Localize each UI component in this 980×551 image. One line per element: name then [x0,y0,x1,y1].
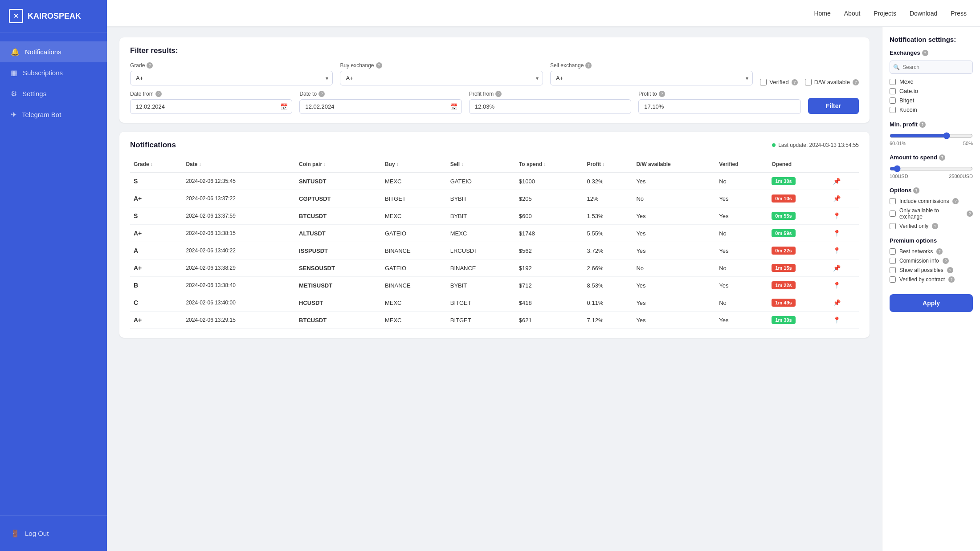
nav-press[interactable]: Press [951,10,967,17]
cell-pin[interactable]: 📍 [829,207,859,225]
min-profit-info-icon[interactable]: ? [919,122,926,128]
cell-pin[interactable]: 📌 [829,190,859,207]
option-show-all[interactable]: Show all possibles ? [890,267,973,273]
min-profit-slider[interactable] [890,132,973,139]
pin-icon[interactable]: 📍 [833,316,841,324]
col-verified[interactable]: Verified [715,157,768,172]
cell-pin[interactable]: 📌 [829,294,859,312]
profit-from-info-icon[interactable]: ? [495,91,502,97]
exchange-item-gateio[interactable]: Gate.io [890,88,973,94]
pin-icon[interactable]: 📌 [833,178,841,185]
commissions-info-icon[interactable]: ? [952,198,959,204]
buy-exchange-info-icon[interactable]: ? [376,62,382,69]
option-checkbox-verified[interactable] [890,223,896,229]
cell-pin[interactable]: 📍 [829,312,859,329]
date-from-info-icon[interactable]: ? [155,91,162,97]
nav-projects[interactable]: Projects [874,10,896,17]
cell-opened: 1m 30s [768,172,829,190]
verified-contract-info-icon[interactable]: ? [948,276,955,283]
nav-about[interactable]: About [844,10,861,17]
pin-icon[interactable]: 📍 [833,247,841,254]
exchanges-search-input[interactable] [890,61,973,74]
amount-info-icon[interactable]: ? [939,154,945,161]
col-grade[interactable]: Grade ↕ [130,157,182,172]
filter-button[interactable]: Filter [808,98,859,114]
sidebar-item-telegram[interactable]: ✈ Telegram Bot [0,104,107,125]
amount-slider[interactable] [890,165,973,172]
cell-pin[interactable]: 📌 [829,172,859,190]
verified-only-info-icon[interactable]: ? [932,223,938,229]
option-checkbox-best-networks[interactable] [890,248,896,255]
sell-exchange-info-icon[interactable]: ? [585,62,592,69]
date-to-info-icon[interactable]: ? [318,91,325,97]
profit-to-input[interactable] [638,99,800,114]
right-panel: Notification settings: Exchanges ? 🔍 Mex… [882,27,980,551]
pin-icon[interactable]: 📍 [833,282,841,289]
dw-info-icon[interactable]: ? [853,79,859,85]
center-panel: Filter results: Grade ? A+SABC [107,27,882,551]
date-from-input[interactable] [130,99,292,114]
option-checkbox-show-all[interactable] [890,267,896,273]
col-opened[interactable]: Opened [768,157,829,172]
col-to-spend[interactable]: To spend ↕ [515,157,584,172]
pin-icon[interactable]: 📌 [833,195,841,202]
exchange-checkbox-gateio[interactable] [890,88,896,94]
nav-download[interactable]: Download [910,10,937,17]
verified-checkbox[interactable] [760,79,767,85]
col-dw[interactable]: D/W available [633,157,715,172]
pin-icon[interactable]: 📍 [833,212,841,219]
exchange-item-bitget[interactable]: Bitget [890,97,973,104]
verified-checkbox-item[interactable]: Verified ? [760,79,797,85]
show-all-info-icon[interactable]: ? [947,267,953,273]
option-commission-info[interactable]: Commission info ? [890,258,973,264]
cell-pin[interactable]: 📍 [829,277,859,294]
logout-button[interactable]: 🚪 Log Out [11,525,96,542]
apply-button[interactable]: Apply [890,294,973,312]
dw-checkbox-item[interactable]: D/W available ? [805,79,859,85]
option-only-available[interactable]: Only available to exchange ? [890,207,973,220]
profit-from-group: Profit from ? [469,91,631,114]
buy-exchange-select[interactable]: A+MEXCBITGETBYBITBINANCE [340,71,543,85]
col-coin-pair[interactable]: Coin pair ↕ [295,157,381,172]
cell-pin[interactable]: 📍 [829,242,859,259]
option-best-networks[interactable]: Best networks ? [890,248,973,255]
option-verified-contract[interactable]: Verified by contract ? [890,276,973,283]
available-info-icon[interactable]: ? [967,211,973,217]
option-checkbox-commissions[interactable] [890,198,896,204]
option-include-commissions[interactable]: Include commissions ? [890,198,973,204]
nav-home[interactable]: Home [814,10,830,17]
grade-info-icon[interactable]: ? [147,62,153,69]
col-buy[interactable]: Buy ↕ [381,157,447,172]
option-checkbox-verified-contract[interactable] [890,276,896,283]
exchanges-info-icon[interactable]: ? [922,50,928,56]
options-info-icon[interactable]: ? [913,187,919,194]
cell-pin[interactable]: 📌 [829,259,859,277]
sell-exchange-select[interactable]: A+MEXCBITGETBYBITBINANCE [550,71,753,85]
pin-icon[interactable]: 📌 [833,299,841,306]
pin-icon[interactable]: 📍 [833,230,841,237]
grade-select[interactable]: A+SABC [130,71,333,85]
exchange-checkbox-mexc[interactable] [890,79,896,85]
profit-from-input[interactable] [469,99,631,114]
sidebar-item-notifications[interactable]: 🔔 Notifications [0,41,107,62]
verified-info-icon[interactable]: ? [792,79,798,85]
option-checkbox-available[interactable] [890,211,896,217]
col-date[interactable]: Date ↕ [182,157,295,172]
sidebar-item-subscriptions[interactable]: ▦ Subscriptions [0,62,107,83]
col-profit[interactable]: Profit ↕ [584,157,633,172]
exchange-checkbox-bitget[interactable] [890,97,896,104]
exchange-item-mexc[interactable]: Mexc [890,78,973,85]
commission-info-icon[interactable]: ? [943,258,949,264]
option-checkbox-commission-info[interactable] [890,258,896,264]
cell-pin[interactable]: 📍 [829,225,859,242]
profit-to-info-icon[interactable]: ? [659,91,665,97]
dw-checkbox[interactable] [805,79,812,85]
exchange-checkbox-kucoin[interactable] [890,107,896,113]
option-verified-only[interactable]: Verified only ? [890,223,973,229]
date-to-input[interactable] [299,99,461,114]
pin-icon[interactable]: 📌 [833,264,841,271]
exchange-item-kucoin[interactable]: Kucoin [890,106,973,113]
best-networks-info-icon[interactable]: ? [936,248,943,255]
col-sell[interactable]: Sell ↕ [447,157,515,172]
sidebar-item-settings[interactable]: ⚙ Settings [0,83,107,104]
